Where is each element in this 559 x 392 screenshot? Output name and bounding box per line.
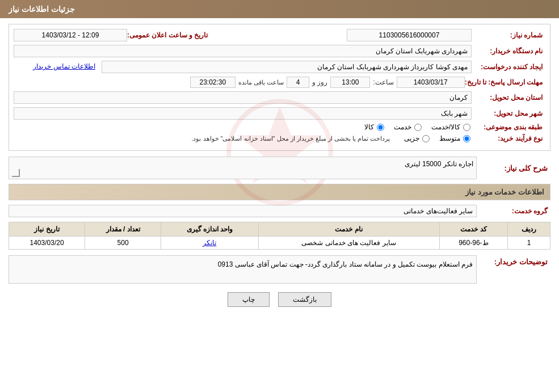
need-desc-label: شرح کلی نیاز: bbox=[477, 164, 550, 172]
main-content: شماره نیاز: 1103005616000007 تاریخ و ساع… bbox=[0, 18, 559, 318]
purchase-type-radio-group: متوسط جزیی پرداخت تمام یا بخشی از مبلغ خ… bbox=[14, 134, 472, 142]
row-category: طبقه بندی موضوعی: کالا/خدمت خدمت کالا bbox=[14, 123, 545, 131]
category-label-kala: کالا bbox=[364, 123, 374, 131]
time-label: ساعت: bbox=[373, 78, 393, 86]
deadline-label: مهلت ارسال پاسخ: تا تاریخ: bbox=[465, 78, 545, 86]
cell-row: 1 bbox=[508, 237, 550, 250]
purchase-type-option-jozyi[interactable]: جزیی bbox=[404, 134, 431, 142]
services-table: ردیف کد خدمت نام خدمت واحد اندازه گیری ت… bbox=[9, 222, 550, 250]
category-label-kala-khedmat: کالا/خدمت bbox=[431, 123, 460, 131]
deadline-time: 13:00 bbox=[330, 77, 370, 88]
col-code: کد خدمت bbox=[439, 222, 508, 237]
buyer-org-label: نام دستگاه خریدار: bbox=[472, 47, 545, 55]
back-button[interactable]: بازگشت bbox=[278, 292, 331, 307]
service-group-value: سایر فعالیت‌های خدماتی bbox=[9, 205, 477, 217]
date-value: 1403/03/12 - 12:09 bbox=[14, 29, 127, 41]
category-radio-group: کالا/خدمت خدمت کالا bbox=[364, 123, 472, 131]
category-label: طبقه بندی موضوعی: bbox=[472, 123, 545, 131]
row-need-number: شماره نیاز: 1103005616000007 تاریخ و ساع… bbox=[14, 29, 545, 41]
category-radio-kala[interactable] bbox=[377, 124, 384, 131]
cell-code: ط-96-960 bbox=[439, 237, 508, 250]
creator-value: مهدی کوشا کاربرداز شهرداری شهربابک استان… bbox=[102, 61, 472, 73]
purchase-type-option-motavasset[interactable]: متوسط bbox=[439, 134, 472, 142]
col-row: ردیف bbox=[508, 222, 550, 237]
row-service-group: گروه خدمت: سایر فعالیت‌های خدماتی bbox=[9, 205, 550, 217]
buyer-desc-value: فرم استعلام بیوست تکمیل و در سامانه ستاد… bbox=[9, 255, 477, 284]
services-table-container: ردیف کد خدمت نام خدمت واحد اندازه گیری ت… bbox=[9, 222, 550, 250]
category-option-kala[interactable]: کالا bbox=[364, 123, 385, 131]
purchase-type-label: نوع فرآیند خرید: bbox=[472, 134, 545, 142]
table-header-row: ردیف کد خدمت نام خدمت واحد اندازه گیری ت… bbox=[9, 222, 550, 237]
category-option-kala-khedmat[interactable]: کالا/خدمت bbox=[431, 123, 472, 131]
need-number-label: شماره نیاز: bbox=[472, 31, 545, 39]
remaining-label: ساعت باقی مانده bbox=[238, 79, 284, 86]
need-number-value: 1103005616000007 bbox=[347, 29, 472, 41]
province-value: کرمان bbox=[14, 91, 472, 104]
purchase-type-radio-jozyi[interactable] bbox=[422, 135, 430, 142]
city-label: شهر محل تحویل: bbox=[472, 109, 545, 117]
cell-name: سایر فعالیت های خدماتی شخصی bbox=[258, 237, 439, 250]
contact-link[interactable]: اطلاعات تماس خریدار bbox=[14, 61, 99, 73]
cell-quantity: 500 bbox=[85, 237, 161, 250]
row-need-desc: شرح کلی نیاز: اجاره تانکر 15000 لیتری bbox=[9, 157, 550, 179]
row-province: استان محل تحویل: کرمان bbox=[14, 91, 545, 104]
col-unit: واحد اندازه گیری bbox=[161, 222, 259, 237]
buyer-org-value: شهرداری شهربابک استان کرمان bbox=[14, 45, 472, 57]
col-date: تاریخ نیاز bbox=[9, 222, 85, 237]
province-label: استان محل تحویل: bbox=[472, 94, 545, 102]
purchase-type-note: پرداخت تمام یا بخشی از مبلغ خریدار از مح… bbox=[191, 135, 390, 142]
cell-unit: تانکر bbox=[161, 237, 259, 250]
col-name: نام خدمت bbox=[258, 222, 439, 237]
page-header: جزئیات اطلاعات نیاز bbox=[0, 0, 559, 18]
unit-link[interactable]: تانکر bbox=[203, 239, 216, 247]
services-section-title: اطلاعات خدمات مورد نیاز bbox=[9, 184, 550, 200]
deadline-remaining: 23:02:30 bbox=[190, 77, 236, 88]
print-button[interactable]: چاپ bbox=[228, 292, 270, 307]
cell-date: 1403/03/20 bbox=[9, 237, 85, 250]
row-buyer-desc: توضیحات خریدار: فرم استعلام بیوست تکمیل … bbox=[9, 255, 550, 284]
row-city: شهر محل تحویل: شهر بابک bbox=[14, 107, 545, 120]
need-desc-value: اجاره تانکر 15000 لیتری bbox=[9, 157, 477, 179]
category-option-khedmat[interactable]: خدمت bbox=[394, 123, 423, 131]
buyer-desc-label: توضیحات خریدار: bbox=[477, 255, 550, 266]
category-radio-kala-khedmat[interactable] bbox=[463, 124, 470, 131]
purchase-type-label-jozyi: جزیی bbox=[404, 134, 419, 142]
purchase-type-radio-motavasset[interactable] bbox=[463, 135, 470, 142]
deadline-date: 1403/03/17 bbox=[397, 77, 465, 88]
table-row: 1 ط-96-960 سایر فعالیت های خدماتی شخصی ت… bbox=[9, 237, 550, 250]
category-label-khedmat: خدمت bbox=[394, 123, 411, 131]
days-label: روز و bbox=[312, 78, 327, 86]
page-wrapper: جزئیات اطلاعات نیاز شماره نیاز: 11030056… bbox=[0, 0, 559, 392]
city-value: شهر بابک bbox=[14, 107, 472, 120]
creator-label: ایجاد کننده درخواست: bbox=[472, 63, 545, 71]
page-title: جزئیات اطلاعات نیاز bbox=[9, 5, 75, 14]
row-deadline: مهلت ارسال پاسخ: تا تاریخ: 1403/03/17 سا… bbox=[14, 77, 545, 88]
deadline-fields: 1403/03/17 ساعت: 13:00 روز و 4 ساعت باقی… bbox=[190, 77, 465, 88]
buttons-row: بازگشت چاپ bbox=[9, 292, 550, 307]
purchase-type-label-motavasset: متوسط bbox=[439, 134, 460, 142]
row-buyer-org: نام دستگاه خریدار: شهرداری شهربابک استان… bbox=[14, 45, 545, 57]
date-label: تاریخ و ساعت اعلان عمومی: bbox=[127, 31, 211, 39]
top-info-section: شماره نیاز: 1103005616000007 تاریخ و ساع… bbox=[9, 24, 550, 151]
category-radio-khedmat[interactable] bbox=[414, 124, 422, 131]
service-group-label: گروه خدمت: bbox=[477, 207, 550, 215]
deadline-days: 4 bbox=[287, 77, 309, 88]
row-creator: ایجاد کننده درخواست: مهدی کوشا کاربرداز … bbox=[14, 61, 545, 73]
col-quantity: تعداد / مقدار bbox=[85, 222, 161, 237]
row-purchase-type: نوع فرآیند خرید: متوسط جزیی پرداخت تمام … bbox=[14, 134, 545, 142]
